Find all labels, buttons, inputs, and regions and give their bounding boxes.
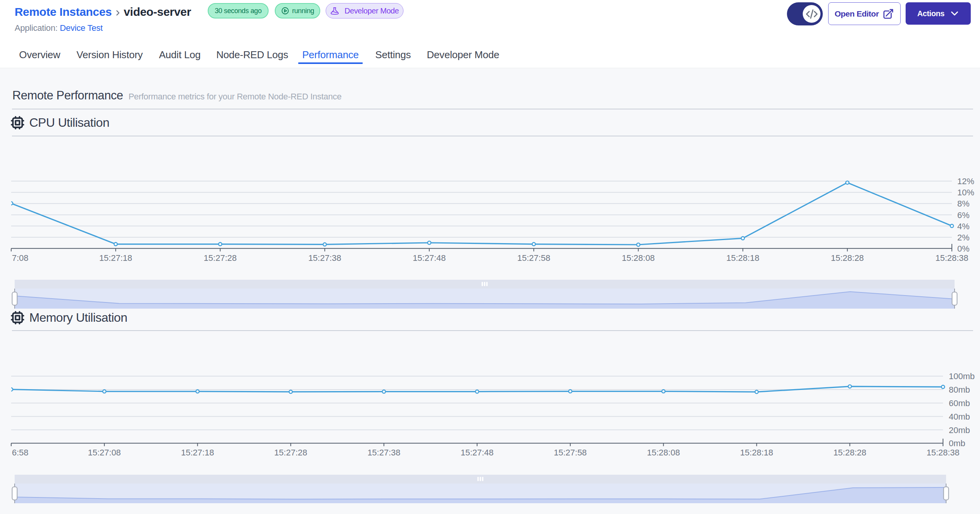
svg-text:15:27:08: 15:27:08 (88, 448, 121, 457)
svg-text:15:28:08: 15:28:08 (647, 448, 680, 457)
svg-text:15:27:48: 15:27:48 (413, 253, 446, 263)
svg-text:15:27:48: 15:27:48 (461, 448, 494, 457)
svg-text:15:28:38: 15:28:38 (926, 448, 960, 457)
svg-text:40mb: 40mb (949, 412, 970, 422)
svg-text:15:27:58: 15:27:58 (517, 253, 550, 263)
svg-text:0%: 0% (957, 244, 970, 254)
svg-text:100mb: 100mb (949, 371, 975, 381)
svg-text:4%: 4% (957, 222, 970, 231)
svg-text:15:27:58: 15:27:58 (554, 448, 587, 457)
svg-text:7:08: 7:08 (12, 253, 29, 263)
svg-text:60mb: 60mb (949, 398, 970, 408)
svg-text:10%: 10% (957, 188, 974, 197)
svg-text:15:27:28: 15:27:28 (204, 253, 237, 263)
svg-text:6%: 6% (957, 210, 970, 220)
svg-text:15:27:38: 15:27:38 (308, 253, 341, 263)
svg-text:15:28:28: 15:28:28 (831, 253, 864, 263)
svg-text:0mb: 0mb (949, 438, 965, 448)
svg-text:8%: 8% (957, 199, 970, 208)
svg-text:15:28:28: 15:28:28 (833, 448, 866, 457)
svg-text:15:28:18: 15:28:18 (726, 253, 760, 263)
svg-text:12%: 12% (957, 176, 974, 186)
svg-text:15:28:08: 15:28:08 (622, 253, 655, 263)
svg-text:6:58: 6:58 (12, 448, 29, 457)
svg-text:15:28:38: 15:28:38 (935, 253, 968, 263)
svg-text:15:27:18: 15:27:18 (99, 253, 132, 263)
svg-text:15:27:38: 15:27:38 (367, 448, 400, 457)
svg-text:15:27:18: 15:27:18 (181, 448, 214, 457)
svg-text:15:27:28: 15:27:28 (274, 448, 308, 457)
svg-text:2%: 2% (957, 233, 970, 242)
svg-text:80mb: 80mb (949, 385, 970, 395)
svg-text:20mb: 20mb (949, 425, 970, 435)
svg-text:15:28:18: 15:28:18 (740, 448, 773, 457)
